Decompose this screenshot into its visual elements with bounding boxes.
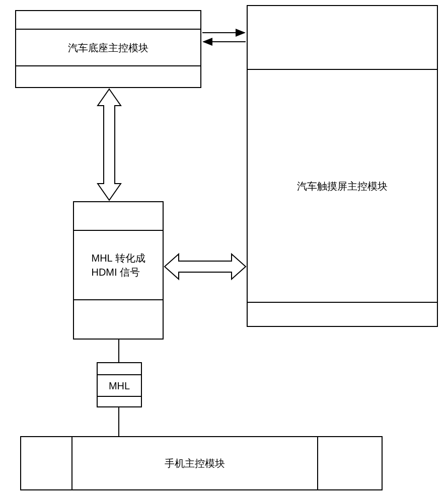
arrow-base-to-touchscreen xyxy=(201,28,247,48)
arrow-converter-to-touchscreen xyxy=(164,249,247,284)
base-controller-label: 汽车底座主控模块 xyxy=(68,41,148,55)
phone-controller-box: 手机主控模块 xyxy=(20,436,383,490)
mhl-port-box: MHL xyxy=(97,362,142,407)
phone-controller-label: 手机主控模块 xyxy=(165,456,225,470)
mhl-port-inner: MHL xyxy=(97,374,142,397)
line-converter-to-mhl xyxy=(118,340,120,362)
mhl-converter-inner: MHL 转化成 HDMI 信号 xyxy=(73,230,164,300)
arrow-base-to-converter xyxy=(92,88,127,201)
phone-controller-inner: 手机主控模块 xyxy=(71,436,318,490)
svg-marker-4 xyxy=(98,89,121,200)
mhl-converter-box: MHL 转化成 HDMI 信号 xyxy=(73,201,164,340)
line-mhl-to-phone xyxy=(118,407,120,436)
svg-marker-5 xyxy=(165,254,246,279)
base-controller-box: 汽车底座主控模块 xyxy=(15,10,201,88)
touchscreen-controller-label: 汽车触摸屏主控模块 xyxy=(297,179,388,193)
touchscreen-controller-inner: 汽车触摸屏主控模块 xyxy=(247,69,438,303)
mhl-converter-label: MHL 转化成 HDMI 信号 xyxy=(91,251,145,279)
base-controller-inner: 汽车底座主控模块 xyxy=(15,29,201,66)
touchscreen-controller-box: 汽车触摸屏主控模块 xyxy=(247,5,438,327)
mhl-port-label: MHL xyxy=(109,379,130,393)
